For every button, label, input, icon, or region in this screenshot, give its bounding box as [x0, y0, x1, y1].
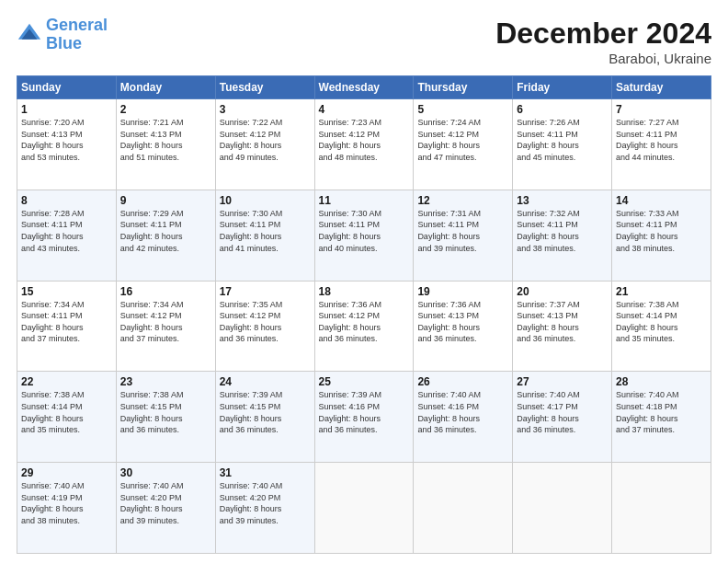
calendar-cell: 11Sunrise: 7:30 AM Sunset: 4:11 PM Dayli…: [314, 190, 414, 281]
day-number: 19: [417, 285, 508, 298]
header-sunday: Sunday: [17, 76, 117, 99]
day-info: Sunrise: 7:39 AM Sunset: 4:15 PM Dayligh…: [220, 389, 311, 435]
calendar-cell: 18Sunrise: 7:36 AM Sunset: 4:12 PM Dayli…: [314, 281, 414, 372]
day-number: 18: [319, 285, 410, 298]
calendar-week-1: 1Sunrise: 7:20 AM Sunset: 4:13 PM Daylig…: [17, 99, 711, 190]
day-info: Sunrise: 7:33 AM Sunset: 4:11 PM Dayligh…: [616, 208, 707, 254]
day-number: 9: [120, 194, 211, 207]
calendar-cell: 12Sunrise: 7:31 AM Sunset: 4:11 PM Dayli…: [414, 190, 513, 281]
day-info: Sunrise: 7:40 AM Sunset: 4:18 PM Dayligh…: [616, 389, 707, 435]
day-info: Sunrise: 7:20 AM Sunset: 4:13 PM Dayligh…: [21, 117, 112, 163]
day-info: Sunrise: 7:40 AM Sunset: 4:20 PM Dayligh…: [220, 480, 311, 526]
day-number: 1: [21, 103, 112, 116]
day-number: 20: [517, 285, 608, 298]
day-number: 2: [120, 103, 211, 116]
header-tuesday: Tuesday: [215, 76, 314, 99]
subtitle: Baraboi, Ukraine: [495, 51, 711, 66]
day-number: 7: [616, 103, 707, 116]
day-info: Sunrise: 7:30 AM Sunset: 4:11 PM Dayligh…: [220, 208, 311, 254]
calendar-cell: 19Sunrise: 7:36 AM Sunset: 4:13 PM Dayli…: [414, 281, 513, 372]
calendar-cell: 10Sunrise: 7:30 AM Sunset: 4:11 PM Dayli…: [215, 190, 314, 281]
day-number: 4: [319, 103, 410, 116]
title-block: December 2024 Baraboi, Ukraine: [495, 17, 711, 66]
day-number: 27: [517, 375, 608, 388]
calendar-cell: 27Sunrise: 7:40 AM Sunset: 4:17 PM Dayli…: [513, 372, 612, 463]
calendar-cell: 30Sunrise: 7:40 AM Sunset: 4:20 PM Dayli…: [116, 463, 215, 554]
calendar-week-3: 15Sunrise: 7:34 AM Sunset: 4:11 PM Dayli…: [17, 281, 711, 372]
calendar-cell: 23Sunrise: 7:38 AM Sunset: 4:15 PM Dayli…: [116, 372, 215, 463]
day-number: 21: [616, 285, 707, 298]
calendar-cell: 26Sunrise: 7:40 AM Sunset: 4:16 PM Dayli…: [414, 372, 513, 463]
day-info: Sunrise: 7:26 AM Sunset: 4:11 PM Dayligh…: [517, 117, 608, 163]
calendar-cell: 7Sunrise: 7:27 AM Sunset: 4:11 PM Daylig…: [612, 99, 711, 190]
day-info: Sunrise: 7:22 AM Sunset: 4:12 PM Dayligh…: [220, 117, 311, 163]
day-info: Sunrise: 7:40 AM Sunset: 4:17 PM Dayligh…: [517, 389, 608, 435]
calendar-cell: 13Sunrise: 7:32 AM Sunset: 4:11 PM Dayli…: [513, 190, 612, 281]
calendar-table: Sunday Monday Tuesday Wednesday Thursday…: [17, 75, 711, 554]
logo-icon: [17, 22, 42, 48]
day-number: 28: [616, 375, 707, 388]
calendar-cell: 6Sunrise: 7:26 AM Sunset: 4:11 PM Daylig…: [513, 99, 612, 190]
calendar-cell: 16Sunrise: 7:34 AM Sunset: 4:12 PM Dayli…: [116, 281, 215, 372]
day-number: 26: [417, 375, 508, 388]
day-info: Sunrise: 7:36 AM Sunset: 4:13 PM Dayligh…: [417, 299, 508, 345]
calendar-cell: 24Sunrise: 7:39 AM Sunset: 4:15 PM Dayli…: [215, 372, 314, 463]
header-friday: Friday: [513, 76, 612, 99]
calendar-cell: 25Sunrise: 7:39 AM Sunset: 4:16 PM Dayli…: [314, 372, 414, 463]
calendar-cell: 1Sunrise: 7:20 AM Sunset: 4:13 PM Daylig…: [17, 99, 117, 190]
day-number: 5: [417, 103, 508, 116]
calendar-cell: 4Sunrise: 7:23 AM Sunset: 4:12 PM Daylig…: [314, 99, 414, 190]
day-number: 30: [120, 466, 211, 479]
day-info: Sunrise: 7:28 AM Sunset: 4:11 PM Dayligh…: [21, 208, 112, 254]
day-info: Sunrise: 7:35 AM Sunset: 4:12 PM Dayligh…: [220, 299, 311, 345]
day-info: Sunrise: 7:38 AM Sunset: 4:15 PM Dayligh…: [120, 389, 211, 435]
day-number: 8: [21, 194, 112, 207]
calendar-cell: 17Sunrise: 7:35 AM Sunset: 4:12 PM Dayli…: [215, 281, 314, 372]
day-info: Sunrise: 7:30 AM Sunset: 4:11 PM Dayligh…: [319, 208, 410, 254]
calendar-cell: 28Sunrise: 7:40 AM Sunset: 4:18 PM Dayli…: [612, 372, 711, 463]
day-info: Sunrise: 7:37 AM Sunset: 4:13 PM Dayligh…: [517, 299, 608, 345]
calendar-cell: [314, 463, 414, 554]
day-number: 22: [21, 375, 112, 388]
day-info: Sunrise: 7:34 AM Sunset: 4:11 PM Dayligh…: [21, 299, 112, 345]
day-number: 15: [21, 285, 112, 298]
page: General Blue December 2024 Baraboi, Ukra…: [0, 0, 728, 563]
month-title: December 2024: [495, 17, 711, 51]
header: General Blue December 2024 Baraboi, Ukra…: [17, 17, 711, 66]
header-saturday: Saturday: [612, 76, 711, 99]
calendar-week-4: 22Sunrise: 7:38 AM Sunset: 4:14 PM Dayli…: [17, 372, 711, 463]
calendar-header-row: Sunday Monday Tuesday Wednesday Thursday…: [17, 76, 711, 99]
day-info: Sunrise: 7:36 AM Sunset: 4:12 PM Dayligh…: [319, 299, 410, 345]
day-number: 11: [319, 194, 410, 207]
day-number: 10: [220, 194, 311, 207]
calendar-week-5: 29Sunrise: 7:40 AM Sunset: 4:19 PM Dayli…: [17, 463, 711, 554]
day-number: 24: [220, 375, 311, 388]
calendar-cell: 8Sunrise: 7:28 AM Sunset: 4:11 PM Daylig…: [17, 190, 117, 281]
day-number: 25: [319, 375, 410, 388]
calendar-cell: 22Sunrise: 7:38 AM Sunset: 4:14 PM Dayli…: [17, 372, 117, 463]
calendar-cell: [414, 463, 513, 554]
calendar-cell: 29Sunrise: 7:40 AM Sunset: 4:19 PM Dayli…: [17, 463, 117, 554]
day-number: 6: [517, 103, 608, 116]
day-info: Sunrise: 7:27 AM Sunset: 4:11 PM Dayligh…: [616, 117, 707, 163]
calendar-cell: 5Sunrise: 7:24 AM Sunset: 4:12 PM Daylig…: [414, 99, 513, 190]
day-info: Sunrise: 7:40 AM Sunset: 4:16 PM Dayligh…: [417, 389, 508, 435]
header-wednesday: Wednesday: [314, 76, 414, 99]
header-monday: Monday: [116, 76, 215, 99]
day-info: Sunrise: 7:40 AM Sunset: 4:20 PM Dayligh…: [120, 480, 211, 526]
logo-line2: Blue: [46, 34, 82, 52]
calendar-cell: [612, 463, 711, 554]
calendar-cell: 2Sunrise: 7:21 AM Sunset: 4:13 PM Daylig…: [116, 99, 215, 190]
day-number: 29: [21, 466, 112, 479]
calendar-cell: 3Sunrise: 7:22 AM Sunset: 4:12 PM Daylig…: [215, 99, 314, 190]
day-info: Sunrise: 7:32 AM Sunset: 4:11 PM Dayligh…: [517, 208, 608, 254]
day-info: Sunrise: 7:39 AM Sunset: 4:16 PM Dayligh…: [319, 389, 410, 435]
day-info: Sunrise: 7:40 AM Sunset: 4:19 PM Dayligh…: [21, 480, 112, 526]
day-info: Sunrise: 7:21 AM Sunset: 4:13 PM Dayligh…: [120, 117, 211, 163]
calendar-cell: 31Sunrise: 7:40 AM Sunset: 4:20 PM Dayli…: [215, 463, 314, 554]
calendar-cell: 9Sunrise: 7:29 AM Sunset: 4:11 PM Daylig…: [116, 190, 215, 281]
day-number: 14: [616, 194, 707, 207]
day-number: 23: [120, 375, 211, 388]
day-info: Sunrise: 7:38 AM Sunset: 4:14 PM Dayligh…: [616, 299, 707, 345]
day-info: Sunrise: 7:31 AM Sunset: 4:11 PM Dayligh…: [417, 208, 508, 254]
